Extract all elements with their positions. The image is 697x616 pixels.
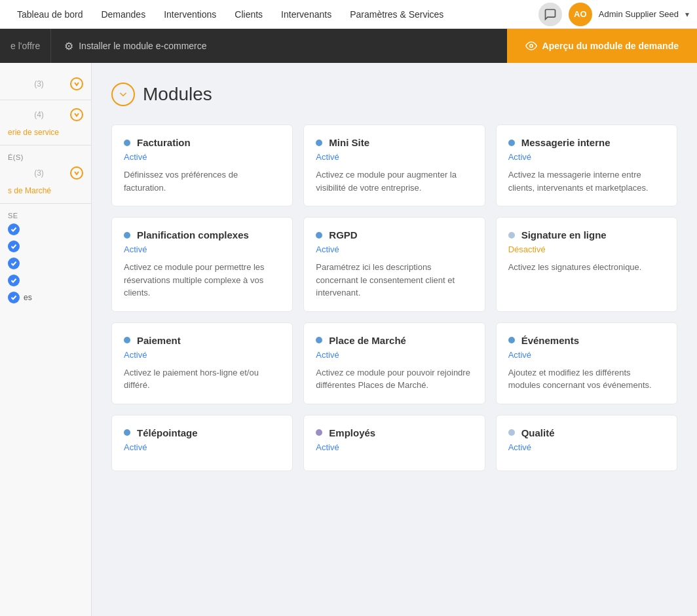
check-circle-5 [8,292,20,303]
module-card-qualite[interactable]: Qualité Activé [496,415,677,471]
module-card-evenements[interactable]: Événements Activé Ajoutez et modifiez le… [496,322,677,404]
module-card-planification-complexes[interactable]: Planification complexes Activé Activez c… [111,217,293,312]
gear-icon: ⚙ [64,40,73,52]
sidebar-check-1[interactable] [0,221,91,238]
user-dropdown-arrow[interactable]: ▾ [685,10,689,19]
status-dot-qualite [508,429,515,436]
module-header-qualite: Qualité [508,427,665,438]
module-name-qualite: Qualité [521,427,555,438]
modules-grid: Facturation Activé Définissez vos préfér… [111,125,677,471]
nav-intervenants[interactable]: Intervenants [272,0,341,29]
module-card-employes[interactable]: Employés Activé [303,415,485,471]
sidebar-item-3[interactable]: (3) [0,163,91,183]
status-dot-employes [316,429,322,436]
preview-label: Aperçu du module de demande [542,41,679,51]
module-status-planification-complexes: Activé [124,244,280,254]
nav-tableau-de-bord[interactable]: Tableau de bord [8,0,92,29]
install-label: Installer le module e-commerce [79,41,206,51]
nav-interventions[interactable]: Interventions [155,0,225,29]
user-name[interactable]: Admin Supplier Seed [599,9,679,19]
sidebar-check-5[interactable]: es [0,289,91,306]
sidebar-section-1: (3) [0,73,91,94]
status-dot-evenements [508,337,515,343]
module-name-signature-en-ligne: Signature en ligne [521,229,607,241]
module-name-rgpd: RGPD [329,229,357,241]
eye-icon [525,40,537,52]
module-card-telepointage[interactable]: Télépointage Activé [111,415,293,471]
sidebar-item-1[interactable]: (3) [0,73,91,94]
sidebar-check-2[interactable] [0,238,91,255]
nav-clients[interactable]: Clients [225,0,272,29]
check-circle-3 [8,258,20,269]
module-status-facturation: Activé [124,152,280,162]
module-desc-mini-site: Activez ce module pour augmenter la visi… [316,168,472,194]
module-status-mini-site: Activé [316,152,472,162]
module-name-paiement: Paiement [137,335,181,346]
module-name-messagerie-interne: Messagerie interne [521,137,611,148]
avatar[interactable]: AO [569,3,592,26]
module-card-paiement[interactable]: Paiement Activé Activez le paiement hors… [111,322,293,404]
toolbar-install[interactable]: ⚙ Installer le module e-commerce [51,40,506,52]
module-name-planification-complexes: Planification complexes [137,229,249,241]
module-card-messagerie-interne[interactable]: Messagerie interne Activé Activez la mes… [496,125,677,206]
module-desc-rgpd: Paramétrez ici les descriptions concerna… [316,261,472,299]
module-status-messagerie-interne: Activé [508,152,665,162]
nav-demandes[interactable]: Demandes [92,0,155,29]
module-name-telepointage: Télépointage [137,427,198,438]
sidebar-section-2: (4) erie de service [0,104,91,140]
module-desc-facturation: Définissez vos préférences de facturatio… [124,168,280,194]
sidebar-section-3: É(S) (3) s de Marché [0,149,91,198]
module-name-employes: Employés [329,427,375,438]
module-card-signature-en-ligne[interactable]: Signature en ligne Désactivé Activez les… [496,217,677,312]
sidebar-divider-3 [0,203,91,204]
status-dot-facturation [124,140,130,146]
check-circle-1 [8,223,20,235]
module-card-mini-site[interactable]: Mini Site Activé Activez ce module pour … [303,125,485,206]
module-header-evenements: Événements [508,335,665,346]
sidebar-circle-3 [70,166,83,180]
sidebar-label-3: É(S) [0,149,91,163]
module-card-rgpd[interactable]: RGPD Activé Paramétrez ici les descripti… [303,217,485,312]
module-status-paiement: Activé [124,350,280,360]
svg-point-0 [529,45,533,48]
main-content: Modules Facturation Activé Définissez vo… [92,63,697,616]
sidebar-check-3[interactable] [0,255,91,272]
module-card-place-de-marche[interactable]: Place de Marché Activé Activez ce module… [303,322,485,404]
toolbar-preview-button[interactable]: Aperçu du module de demande [507,29,697,63]
module-header-messagerie-interne: Messagerie interne [508,137,665,148]
nav-right: AO Admin Supplier Seed ▾ [538,3,689,26]
module-status-signature-en-ligne: Désactivé [508,244,665,254]
sidebar-check-label-5: es [24,293,32,302]
module-desc-messagerie-interne: Activez la messagerie interne entre clie… [508,168,665,194]
sidebar-link-3[interactable]: s de Marché [0,183,91,198]
status-dot-messagerie-interne [508,140,515,146]
status-dot-rgpd [316,232,322,239]
module-card-facturation[interactable]: Facturation Activé Définissez vos préfér… [111,125,293,206]
check-circle-4 [8,275,20,286]
sidebar-check-4[interactable] [0,272,91,289]
sidebar-link-2[interactable]: erie de service [0,125,91,140]
sidebar-divider-2 [0,145,91,145]
nav-parametres[interactable]: Paramètres & Services [341,0,453,29]
module-header-planification-complexes: Planification complexes [124,229,280,241]
toolbar-left[interactable]: e l'offre [0,29,51,63]
sidebar-count-2: (4) [34,110,44,119]
module-header-facturation: Facturation [124,137,280,148]
page-title: Modules [143,84,212,105]
sidebar-item-2[interactable]: (4) [0,104,91,125]
status-dot-paiement [124,337,130,343]
module-name-mini-site: Mini Site [329,137,369,148]
layout: (3) (4) erie de service [0,63,697,616]
chat-icon-button[interactable] [538,3,562,26]
module-name-place-de-marche: Place de Marché [329,335,406,346]
nav-links: Tableau de bord Demandes Interventions C… [8,0,538,29]
module-header-rgpd: RGPD [316,229,472,241]
page-header-icon [111,83,135,106]
sidebar-count-3: (3) [34,168,44,178]
sidebar-section-label: SE [0,208,91,221]
module-status-qualite: Activé [508,442,665,452]
status-dot-telepointage [124,429,130,436]
navbar: Tableau de bord Demandes Interventions C… [0,0,697,29]
module-desc-evenements: Ajoutez et modifiez les différents modul… [508,366,665,392]
sidebar-circle-1 [70,77,83,90]
